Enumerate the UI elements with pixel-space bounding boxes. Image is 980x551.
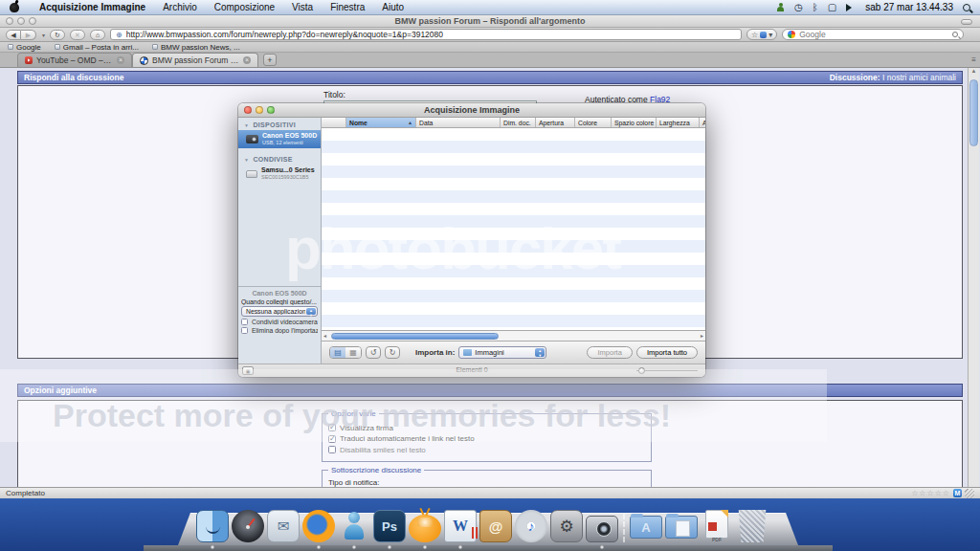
checkbox-row-disable-smilies[interactable]: Disabilita smiles nel testo [328,446,645,454]
dock-finder-icon[interactable] [196,510,229,542]
history-caret-icon[interactable]: ▾ [42,32,45,38]
google-engine-icon[interactable] [788,31,795,38]
dock-mail-icon[interactable]: ✉ [267,510,300,542]
list-view-icon[interactable]: ▤ [330,347,345,358]
import-destination-select[interactable]: Immagini ▲▼ [458,346,546,359]
dock-firefox-icon[interactable] [302,510,335,542]
volume-icon[interactable] [846,4,856,11]
scroll-right-icon[interactable]: ▸ [701,332,703,339]
bookmark-item-gmail[interactable]: Gmail – Posta in arri... [55,43,139,52]
dock-pdf-document-icon[interactable]: PDF [701,510,733,542]
toolbar-toggle-button[interactable] [961,19,972,25]
file-list-area[interactable] [322,128,705,330]
dock-dashboard-icon[interactable] [232,510,264,542]
column-data[interactable]: Data [416,118,501,127]
checkbox[interactable] [328,435,336,443]
column-spazio-colore[interactable]: Spazio colore [612,118,657,127]
dock-tv-icon[interactable] [409,510,441,542]
url-field[interactable]: ⊕ http://www.bmwpassion.com/forum/newrep… [110,29,742,40]
bluetooth-icon[interactable]: ᛒ [813,0,818,15]
tab-close-icon[interactable]: × [243,56,251,64]
disclosure-icon[interactable]: ▼ [244,157,249,163]
dock-image-capture-icon[interactable] [586,510,618,542]
bookmark-caret-icon[interactable]: ▾ [768,31,772,39]
back-button[interactable]: ◀ [6,30,21,40]
column-thumbnail[interactable] [322,118,346,127]
column-larghezza[interactable]: Larghezza [657,118,700,127]
rotate-left-button[interactable]: ↺ [366,346,381,359]
dock-itunes-icon[interactable]: ♪ [515,510,547,542]
dock-documents-folder-icon[interactable] [665,510,698,542]
dock-applications-folder-icon[interactable]: A [630,510,662,542]
column-dim-doc[interactable]: Dim. doc. [501,118,536,127]
zoom-slider[interactable] [636,370,698,371]
scroll-left-icon[interactable]: ◂ [323,332,326,339]
zoom-slider-thumb[interactable] [638,367,645,374]
column-nome[interactable]: Nome ▲ [346,118,416,127]
checkbox-row-parse-links[interactable]: Traduci automaticamente i link nel testo [328,434,645,443]
page-scrollbar[interactable]: ▲ [968,68,979,489]
page-scrollbar-thumb[interactable] [969,79,978,146]
column-altezza[interactable]: A [700,118,705,127]
menu-archivio[interactable]: Archivio [154,0,206,15]
column-colore[interactable]: Colore [575,118,612,127]
grid-view-icon[interactable]: ▦ [345,347,361,358]
tab-close-icon[interactable]: × [117,56,124,64]
user-switch-icon[interactable] [776,3,785,11]
shared-item-samsung[interactable]: Samsu...0 Series SEC00159930C1B5 [238,165,321,183]
checkbox[interactable] [241,327,248,334]
checkbox[interactable] [328,424,336,431]
checkbox-row-signature[interactable]: Visualizza firma [328,424,645,432]
forward-button[interactable]: ▶ [21,30,36,40]
dock-address-book-icon[interactable]: @ [479,510,512,542]
home-button[interactable]: ⌂ [90,30,105,40]
menu-composizione[interactable]: Composizione [206,0,283,15]
bookmark-star-icon[interactable]: ☆ [751,31,758,39]
bookmark-item-bmw-news[interactable]: BMW passion News, ... [152,43,240,52]
dialog-title-bar[interactable]: Acquisizione Immagine [238,103,705,118]
new-tab-button[interactable]: + [263,54,277,66]
spaces-icon[interactable]: ▢ [828,0,836,15]
bookmark-item-google[interactable]: Google [8,43,41,52]
share-camera-checkbox-row[interactable]: Condividi videocamera [241,319,318,325]
devices-section-header[interactable]: ▼ DISPOSITIVI [238,118,321,130]
tab-bmw-forum[interactable]: BMW passion Forum – Rispondi... × [132,53,258,67]
dock-trash-icon[interactable] [736,510,768,542]
disclosure-icon[interactable]: ▼ [244,122,249,128]
import-all-button[interactable]: Importa tutto [636,346,698,359]
column-apertura[interactable]: Apertura [536,118,575,127]
checkbox[interactable] [241,319,248,325]
dock-photoshop-icon[interactable]: Ps [373,510,406,542]
dock-word-icon[interactable]: W [444,510,477,542]
search-magnifier-icon[interactable] [952,32,958,37]
menu-aiuto[interactable]: Aiuto [373,0,412,15]
delete-after-import-checkbox-row[interactable]: Elimina dopo l'importazione [241,327,318,334]
bookmark-group[interactable]: ☆ ▾ [746,29,777,40]
spotlight-icon[interactable] [963,4,970,11]
menu-vista[interactable]: Vista [283,0,322,15]
hscrollbar-thumb[interactable] [331,333,499,340]
resize-grip[interactable] [965,489,974,498]
time-machine-icon[interactable]: ◷ [794,0,803,15]
app-menu-title[interactable]: Acquisizione Immagine [31,0,154,15]
tab-youtube[interactable]: YouTube – OMD – Electricity × [17,53,132,67]
import-button[interactable]: Importa [587,346,632,359]
browser-title-bar[interactable]: BMW passion Forum – Rispondi all'argomen… [0,15,980,28]
view-mode-segmented-control[interactable]: ▤ ▦ [329,346,362,359]
mcafee-badge-icon[interactable]: M [953,489,962,497]
rotate-right-button[interactable]: ↻ [385,346,400,359]
apple-menu-icon[interactable] [10,3,19,12]
delicious-badge-icon[interactable] [760,32,767,38]
scroll-up-icon[interactable]: ▲ [971,68,977,74]
search-input[interactable] [799,30,948,39]
shared-section-header[interactable]: ▼ CONDIVISE [238,152,321,165]
stop-button[interactable]: ✕ [70,30,85,40]
connect-action-select[interactable]: Nessuna applicazione ▲▼ [241,306,318,317]
refresh-button[interactable]: ↻ [50,30,65,40]
search-field[interactable] [782,29,964,40]
checkbox[interactable] [328,446,336,453]
dock-system-preferences-icon[interactable]: ⚙ [550,510,583,542]
menu-clock[interactable]: sab 27 mar 13.44.33 [865,2,953,12]
menu-finestra[interactable]: Finestra [322,0,373,15]
device-item-canon[interactable]: Canon EOS 500D USB, 12 elementi [238,130,321,148]
